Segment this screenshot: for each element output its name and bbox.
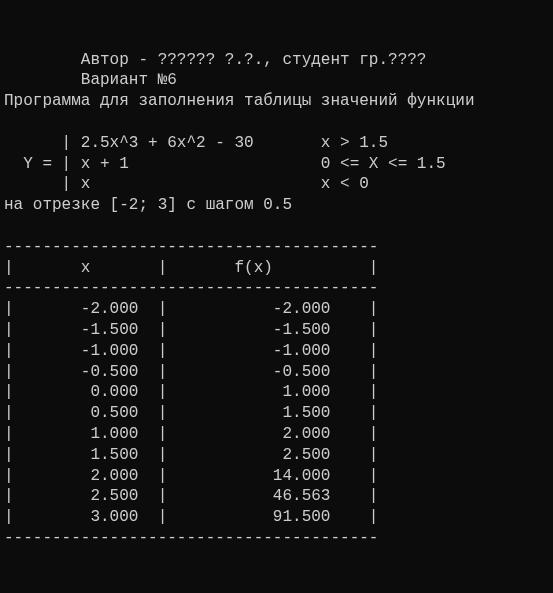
console-line: | x | f(x) | (4, 258, 549, 279)
console-line: | 2.5x^3 + 6x^2 - 30 x > 1.5 (4, 133, 549, 154)
console-line: | 3.000 | 91.500 | (4, 507, 549, 528)
console-line: | -1.500 | -1.500 | (4, 320, 549, 341)
console-line: Программа для заполнения таблицы значени… (4, 91, 549, 112)
console-line: --------------------------------------- (4, 237, 549, 258)
console-line (4, 216, 549, 237)
console-line: | 0.500 | 1.500 | (4, 403, 549, 424)
console-line: Автор - ?????? ?.?., студент гр.???? (4, 50, 549, 71)
console-line: | -0.500 | -0.500 | (4, 362, 549, 383)
console-line: на отрезке [-2; 3] c шагом 0.5 (4, 195, 549, 216)
console-line: | 1.500 | 2.500 | (4, 445, 549, 466)
console-line: | x x < 0 (4, 174, 549, 195)
console-output: Автор - ?????? ?.?., студент гр.???? Вар… (4, 50, 549, 549)
console-line: | 0.000 | 1.000 | (4, 382, 549, 403)
console-line: | 2.000 | 14.000 | (4, 466, 549, 487)
console-line (4, 112, 549, 133)
console-line: Y = | x + 1 0 <= X <= 1.5 (4, 154, 549, 175)
console-line: | 1.000 | 2.000 | (4, 424, 549, 445)
console-line: | -2.000 | -2.000 | (4, 299, 549, 320)
console-line: | 2.500 | 46.563 | (4, 486, 549, 507)
console-line: | -1.000 | -1.000 | (4, 341, 549, 362)
console-line: Вариант №6 (4, 70, 549, 91)
console-line: --------------------------------------- (4, 278, 549, 299)
console-line: --------------------------------------- (4, 528, 549, 549)
